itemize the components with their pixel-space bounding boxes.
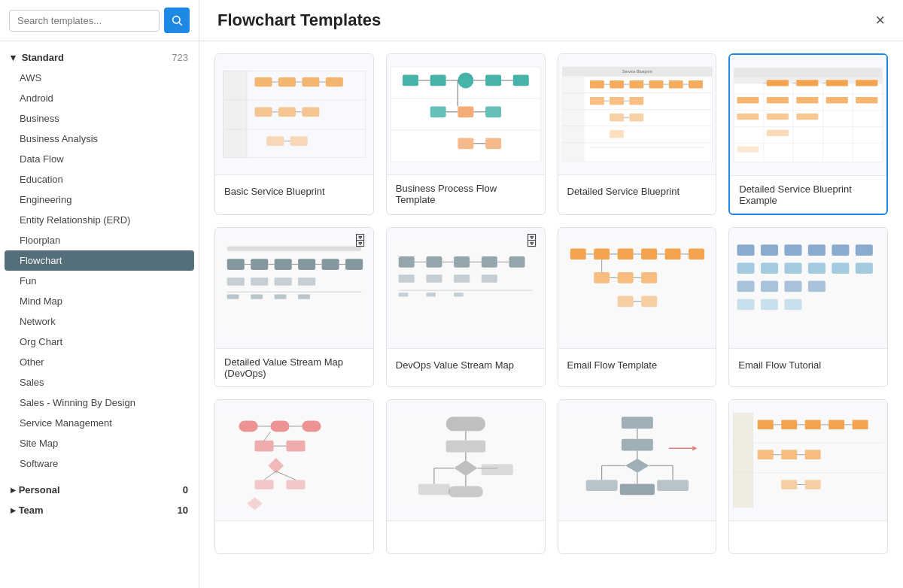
svg-rect-106 — [345, 259, 363, 270]
section-personal[interactable]: ▸ Personal 0 — [0, 480, 199, 500]
template-card-email-flow-tutorial[interactable]: Email Flow Tutorial — [728, 227, 888, 387]
template-preview — [387, 400, 545, 520]
template-card-row3-1[interactable] — [214, 399, 374, 554]
search-input[interactable] — [9, 10, 160, 32]
svg-rect-175 — [785, 281, 802, 292]
svg-rect-67 — [629, 114, 643, 121]
template-card-detailed-value-stream-devops[interactable]: 🗄 — [214, 227, 374, 387]
nav-item-network[interactable]: Network — [0, 311, 199, 332]
svg-rect-163 — [785, 244, 802, 256]
nav-item-other[interactable]: Other — [0, 352, 199, 372]
chevron-right-icon-team: ▸ — [11, 505, 16, 516]
svg-rect-9 — [326, 77, 343, 87]
database-icon: 🗄 — [354, 234, 367, 250]
template-card-detailed-service-blueprint-example[interactable]: Detailed Service Blueprint Example — [728, 53, 888, 215]
svg-rect-28 — [513, 75, 529, 86]
svg-rect-217 — [585, 480, 617, 491]
svg-rect-226 — [733, 413, 752, 508]
nav-item-floorplan[interactable]: Floorplan — [0, 230, 199, 250]
nav-item-org-chart[interactable]: Org Chart — [0, 332, 199, 352]
svg-rect-178 — [761, 299, 778, 311]
template-card-detailed-service-blueprint[interactable]: Service Blueprint — [558, 53, 717, 215]
nav-item-software[interactable]: Software — [0, 453, 199, 474]
svg-rect-72 — [734, 68, 882, 77]
svg-rect-174 — [761, 281, 778, 292]
svg-rect-244 — [805, 480, 821, 489]
svg-rect-99 — [219, 241, 369, 335]
svg-rect-229 — [758, 420, 774, 430]
svg-rect-95 — [737, 147, 759, 153]
nav-item-erd[interactable]: Entity Relationship (ERD) — [0, 210, 199, 230]
nav-item-data-flow[interactable]: Data Flow — [0, 149, 199, 169]
svg-rect-152 — [617, 272, 633, 283]
nav-item-site-map[interactable]: Site Map — [0, 433, 199, 453]
nav-list: ▾ Standard 723 AWS Android Business Busi… — [0, 41, 199, 588]
template-card-basic-service-blueprint[interactable]: Basic Service Blueprint — [214, 53, 374, 215]
svg-rect-168 — [761, 262, 778, 274]
svg-rect-66 — [610, 114, 624, 121]
svg-rect-239 — [781, 450, 797, 459]
svg-rect-125 — [482, 256, 497, 268]
template-card-row3-3[interactable] — [558, 399, 717, 554]
template-card-business-process-flow[interactable]: Business Process Flow Template — [386, 53, 546, 215]
template-card-email-flow-template[interactable]: Email Flow Template — [558, 227, 717, 387]
svg-rect-231 — [805, 420, 821, 430]
svg-rect-142 — [617, 249, 633, 260]
nav-item-aws[interactable]: AWS — [0, 68, 199, 88]
templates-grid: Basic Service Blueprint — [199, 41, 903, 588]
svg-rect-102 — [251, 259, 268, 270]
svg-rect-123 — [426, 256, 442, 268]
svg-rect-85 — [856, 80, 877, 86]
svg-rect-230 — [781, 420, 797, 430]
template-label: Detailed Value Stream Map (DevOps) — [215, 348, 373, 386]
chevron-down-icon: ▾ — [11, 52, 16, 63]
search-button[interactable] — [164, 8, 190, 33]
svg-rect-233 — [853, 420, 868, 430]
svg-rect-164 — [808, 244, 825, 256]
svg-rect-13 — [254, 108, 272, 117]
nav-item-sales[interactable]: Sales — [0, 372, 199, 393]
svg-rect-52 — [629, 80, 643, 88]
nav-item-business[interactable]: Business — [0, 108, 199, 129]
template-preview — [730, 55, 886, 175]
svg-rect-63 — [629, 97, 643, 105]
svg-rect-94 — [767, 130, 789, 136]
svg-rect-191 — [254, 480, 273, 489]
template-card-row3-2[interactable] — [386, 399, 546, 554]
svg-rect-131 — [398, 274, 414, 282]
svg-rect-19 — [290, 136, 308, 146]
nav-item-engineering[interactable]: Engineering — [0, 189, 199, 210]
svg-rect-92 — [767, 114, 789, 120]
svg-text:Service Blueprint: Service Blueprint — [622, 69, 652, 74]
svg-rect-161 — [737, 244, 755, 256]
svg-line-1 — [179, 23, 182, 26]
template-label — [729, 520, 887, 553]
svg-rect-27 — [485, 75, 501, 86]
svg-rect-169 — [785, 262, 802, 274]
svg-rect-69 — [610, 130, 624, 138]
section-team[interactable]: ▸ Team 10 — [0, 500, 199, 520]
template-label: Email Flow Tutorial — [729, 348, 887, 381]
svg-rect-100 — [227, 246, 361, 250]
svg-rect-186 — [254, 441, 273, 452]
nav-item-education[interactable]: Education — [0, 169, 199, 189]
section-personal-count: 0 — [183, 484, 188, 496]
svg-rect-173 — [737, 281, 755, 292]
svg-rect-104 — [298, 259, 315, 270]
svg-rect-240 — [805, 450, 821, 459]
nav-item-fun[interactable]: Fun — [0, 271, 199, 291]
nav-item-business-analysis[interactable]: Business Analysis — [0, 129, 199, 149]
nav-item-mind-map[interactable]: Mind Map — [0, 291, 199, 311]
nav-item-service-management[interactable]: Service Management — [0, 413, 199, 433]
nav-item-sales-winning[interactable]: Sales - Winning By Design — [0, 393, 199, 413]
svg-rect-167 — [737, 262, 755, 274]
section-standard[interactable]: ▾ Standard 723 — [0, 47, 199, 68]
nav-item-flowchart[interactable]: Flowchart — [5, 250, 194, 271]
template-card-devops-value-stream[interactable]: 🗄 — [386, 227, 546, 387]
template-label — [387, 520, 545, 553]
template-card-row3-4[interactable] — [728, 399, 888, 554]
svg-rect-210 — [621, 417, 652, 429]
svg-rect-105 — [322, 259, 339, 270]
close-button[interactable]: × — [875, 12, 885, 29]
nav-item-android[interactable]: Android — [0, 88, 199, 108]
